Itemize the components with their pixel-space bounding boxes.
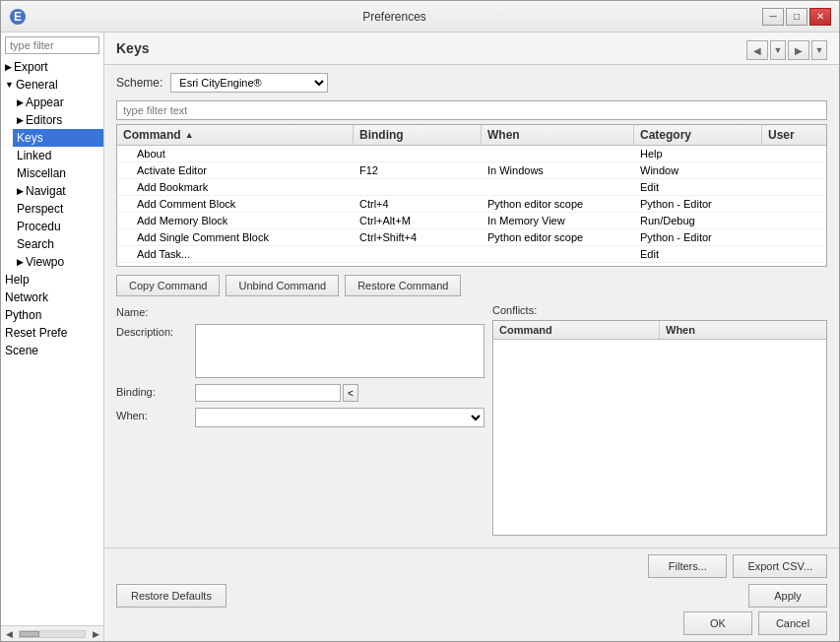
sidebar-item-viewport[interactable]: ▶ Viewpo	[13, 253, 103, 271]
export-csv-button[interactable]: Export CSV...	[733, 554, 827, 578]
sidebar-item-keys[interactable]: Keys	[13, 129, 103, 147]
cancel-button[interactable]: Cancel	[758, 611, 827, 635]
cell-user	[762, 246, 826, 262]
cell-user	[762, 229, 826, 245]
restore-defaults-button[interactable]: Restore Defaults	[116, 584, 226, 608]
expand-icon: ▶	[5, 62, 12, 72]
sidebar-item-export[interactable]: ▶ Export	[1, 58, 103, 76]
sidebar-item-navigation[interactable]: ▶ Navigat	[13, 182, 103, 200]
table-row[interactable]: Add Single Comment BlockCtrl+Shift+4Pyth…	[117, 229, 826, 246]
cell-when: Python editor scope	[482, 196, 634, 212]
cell-when: In Memory View	[482, 213, 634, 228]
ok-cancel-row: OK Cancel	[116, 611, 827, 635]
bottom-bar: Filters... Export CSV... Restore Default…	[104, 547, 839, 641]
nav-forward-button[interactable]: ▶	[788, 40, 809, 60]
app-logo: E	[9, 8, 27, 26]
scroll-right-arrow[interactable]: ▶	[88, 626, 103, 642]
table-row[interactable]: Add BookmarkEdit	[117, 179, 826, 196]
sidebar-item-scene[interactable]: Scene	[1, 342, 103, 359]
cell-when	[482, 246, 634, 262]
minimize-button[interactable]: ─	[762, 8, 784, 26]
binding-clear-button[interactable]: <	[343, 384, 358, 402]
filters-button[interactable]: Filters...	[648, 554, 727, 578]
table-row[interactable]: AboutHelp	[117, 146, 826, 162]
sidebar-item-help[interactable]: Help	[1, 271, 103, 289]
when-select[interactable]	[195, 408, 485, 427]
cell-category: Help	[634, 146, 762, 161]
cell-when	[482, 146, 634, 161]
sidebar-item-appear[interactable]: ▶ Appear	[13, 94, 103, 111]
sidebar-item-network[interactable]: Network	[1, 289, 103, 306]
table-header: Command ▲ Binding When Category	[117, 125, 826, 146]
column-user[interactable]: User	[762, 125, 827, 145]
command-filter-input[interactable]	[116, 100, 827, 120]
column-when[interactable]: When	[482, 125, 634, 145]
cell-command: Add Task...	[117, 246, 354, 262]
cell-command: Activate Editor	[117, 162, 354, 178]
table-body: AboutHelpActivate EditorF12In WindowsWin…	[117, 146, 826, 266]
table-row[interactable]: Activate EditorF12In WindowsWindow	[117, 162, 826, 179]
bottom-row1: Filters... Export CSV...	[116, 554, 827, 578]
sidebar-scrollbar: ◀ ▶	[1, 625, 103, 641]
unbind-command-button[interactable]: Unbind Command	[226, 275, 339, 296]
cell-binding	[354, 246, 482, 262]
sidebar-item-python[interactable]: Python	[1, 306, 103, 324]
nav-forward-dropdown[interactable]: ▼	[811, 40, 827, 60]
close-button[interactable]: ✕	[809, 8, 831, 26]
restore-command-button[interactable]: Restore Command	[345, 275, 461, 296]
apply-button[interactable]: Apply	[748, 584, 827, 608]
sidebar-item-perspectives[interactable]: Perspect	[13, 200, 103, 218]
main-header: Keys ◀ ▼ ▶ ▼	[104, 32, 839, 65]
sidebar-item-label: Python	[5, 308, 41, 322]
sidebar-item-procedures[interactable]: Procedu	[13, 218, 103, 235]
sidebar-item-label: General	[16, 78, 58, 92]
table-row[interactable]: Add Task...Edit	[117, 246, 826, 263]
sidebar-group-general: ▼ General ▶ Appear ▶ Editors Ke	[1, 76, 103, 271]
sidebar-item-reset-preferences[interactable]: Reset Prefe	[1, 324, 103, 342]
main-panel: Keys ◀ ▼ ▶ ▼ Scheme: Esri CityEngine®	[104, 32, 839, 641]
expand-icon: ▶	[17, 257, 24, 267]
column-command[interactable]: Command ▲	[117, 125, 354, 145]
scroll-track[interactable]	[19, 630, 86, 638]
sidebar-item-label: Perspect	[17, 202, 63, 216]
table-row[interactable]: Add Memory BlockCtrl+Alt+MIn Memory View…	[117, 213, 826, 229]
copy-command-button[interactable]: Copy Command	[116, 275, 220, 296]
sidebar-item-general[interactable]: ▼ General	[1, 76, 103, 94]
action-buttons: Copy Command Unbind Command Restore Comm…	[116, 275, 827, 296]
ok-button[interactable]: OK	[683, 611, 752, 635]
cell-command: Add Comment Block	[117, 196, 354, 212]
sidebar-item-miscellaneous[interactable]: Miscellan	[13, 164, 103, 182]
conflicts-table: Command When	[492, 320, 827, 536]
cell-command: Add Memory Block	[117, 213, 354, 228]
cell-category: Python - Editor	[634, 196, 762, 212]
binding-input[interactable]	[195, 384, 341, 402]
column-category[interactable]: Category	[634, 125, 762, 145]
sidebar-filter-input[interactable]	[5, 36, 99, 54]
sidebar-item-search[interactable]: Search	[13, 235, 103, 253]
sidebar-item-editors[interactable]: ▶ Editors	[13, 111, 103, 129]
nav-back-dropdown[interactable]: ▼	[770, 40, 786, 60]
cell-command: About	[117, 146, 354, 161]
column-binding[interactable]: Binding	[354, 125, 482, 145]
when-label: When:	[116, 408, 195, 421]
description-field-row: Description:	[116, 324, 485, 378]
cell-when: In Windows	[482, 162, 634, 178]
nav-back-button[interactable]: ◀	[746, 40, 768, 60]
general-children: ▶ Appear ▶ Editors Keys Linked	[1, 94, 103, 271]
titlebar: E Preferences ─ □ ✕	[1, 1, 839, 32]
cell-binding: Ctrl+4	[354, 196, 482, 212]
table-row[interactable]: Add Comment BlockCtrl+4Python editor sco…	[117, 196, 826, 213]
scroll-left-arrow[interactable]: ◀	[1, 626, 17, 642]
expand-icon: ▶	[17, 97, 24, 107]
description-textarea[interactable]	[195, 324, 485, 378]
sidebar-item-linked[interactable]: Linked	[13, 147, 103, 164]
scheme-select[interactable]: Esri CityEngine®	[170, 73, 328, 93]
description-label: Description:	[116, 324, 195, 338]
binding-field-row: Binding: <	[116, 384, 485, 402]
sidebar-item-label: Search	[17, 237, 54, 251]
cell-category: Edit	[634, 179, 762, 195]
sidebar-item-label: Export	[14, 60, 48, 74]
sort-arrow: ▲	[185, 130, 194, 140]
maximize-button[interactable]: □	[786, 8, 808, 26]
name-field-row: Name:	[116, 304, 485, 318]
